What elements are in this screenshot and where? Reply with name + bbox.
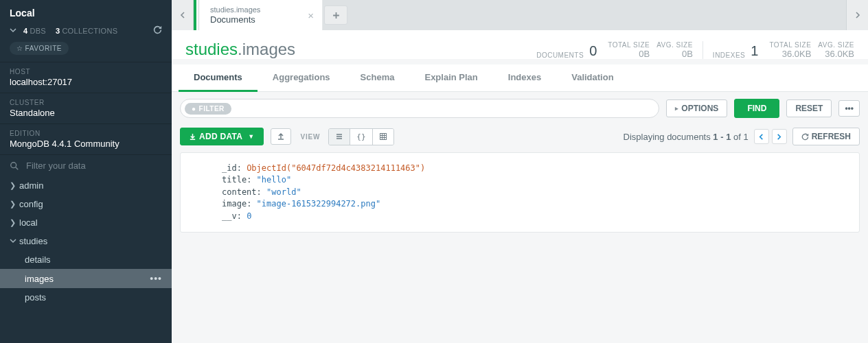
list-icon (335, 132, 343, 141)
svg-line-1 (16, 167, 19, 169)
chevron-right-icon: ❯ (10, 218, 19, 227)
caret-down-icon: ▼ (248, 133, 254, 140)
workspace-tab-subtitle: Documents (210, 14, 260, 25)
options-button[interactable]: OPTIONS (666, 99, 727, 117)
chevron-down-icon[interactable] (10, 27, 16, 35)
filter-pill: ●FILTER (185, 103, 231, 115)
page-prev-button[interactable] (754, 129, 769, 144)
filter-input[interactable] (26, 161, 162, 171)
stat-avgsize-value: 0B (682, 49, 693, 59)
db-label: studies (19, 236, 47, 246)
coll-item-posts[interactable]: posts (0, 288, 172, 307)
coll-item-details[interactable]: details (0, 250, 172, 269)
stat-idx-avgsize-value: 36.0KB (825, 49, 854, 59)
sidebar-meta: 4 DBS 3 COLLECTIONS (0, 25, 172, 42)
reset-button[interactable]: RESET (786, 99, 832, 117)
view-table-button[interactable] (373, 129, 393, 145)
page-next-button[interactable] (772, 129, 787, 144)
tab-indexes[interactable]: Indexes (493, 64, 556, 91)
coll-count: 3 (56, 27, 60, 35)
tab-validation[interactable]: Validation (556, 64, 628, 91)
workspace-tab[interactable]: studies.images Documents × (199, 0, 323, 30)
download-icon (189, 133, 196, 141)
refresh-icon (801, 133, 809, 141)
tab-next-button[interactable] (846, 0, 868, 30)
stat-idx-totalsize-value: 36.0KB (782, 49, 812, 59)
cluster-value: Standalone (10, 108, 162, 118)
chevron-left-icon (758, 134, 764, 140)
collection-tabs: Documents Aggregations Schema Explain Pl… (172, 64, 868, 92)
doc-field-image: image: "image-1615322994272.png" (194, 198, 845, 210)
doc-field-title: title: "hello" (194, 174, 845, 186)
namespace-header: studies.images DOCUMENTS 0 TOTAL SIZE0B … (172, 30, 868, 59)
host-label: HOST (10, 68, 162, 75)
db-item-admin[interactable]: ❯admin (0, 176, 172, 195)
refresh-button[interactable]: REFRESH (792, 128, 860, 145)
chevron-down-icon (10, 237, 19, 246)
query-bar: ●FILTER OPTIONS FIND RESET ••• (172, 92, 868, 125)
coll-label: posts (25, 292, 46, 303)
db-label: config (19, 199, 43, 209)
host-section: HOST localhost:27017 (0, 62, 172, 93)
edition-value: MongoDB 4.4.1 Community (10, 139, 162, 149)
tab-active-indicator (194, 0, 199, 30)
tab-explain-plan[interactable]: Explain Plan (409, 64, 492, 91)
export-button[interactable] (271, 128, 291, 145)
documents-toolbar: ADD DATA▼ VIEW {} Displaying documents 1… (172, 125, 868, 152)
db-label: local (19, 217, 38, 228)
coll-label: images (25, 274, 54, 284)
collection-stats: DOCUMENTS 0 TOTAL SIZE0B AVG. SIZE0B IND… (536, 41, 854, 59)
tab-prev-button[interactable] (172, 0, 194, 30)
favorite-button[interactable]: ☆FAVORITE (10, 42, 69, 55)
search-icon (10, 161, 19, 171)
document-card[interactable]: _id: ObjectId("6047df72d4c4383214111463"… (180, 152, 860, 233)
refresh-icon[interactable] (153, 25, 162, 36)
doc-field-id: _id: ObjectId("6047df72d4c4383214111463"… (194, 163, 845, 174)
db-count-label: DBS (30, 27, 46, 35)
tab-aggregations[interactable]: Aggregations (258, 64, 345, 91)
reset-dot-icon: ● (192, 105, 196, 113)
db-item-config[interactable]: ❯config (0, 195, 172, 213)
view-json-button[interactable]: {} (350, 129, 372, 145)
stat-indexes-label: INDEXES (713, 51, 745, 59)
new-tab-button[interactable] (324, 5, 347, 25)
tab-schema[interactable]: Schema (345, 64, 410, 91)
coll-item-images[interactable]: images••• (0, 269, 172, 288)
coll-count-label: COLLECTIONS (62, 27, 117, 35)
options-label: OPTIONS (681, 104, 718, 113)
star-icon: ☆ (16, 45, 23, 52)
add-data-button[interactable]: ADD DATA▼ (180, 128, 264, 145)
reset-label: RESET (795, 104, 823, 113)
tab-strip: studies.images Documents × (172, 0, 868, 30)
database-tree: ❯admin ❯config ❯local studies details im… (0, 176, 172, 343)
view-segmented-control: {} (328, 128, 393, 145)
stat-indexes-value: 1 (751, 43, 758, 59)
doc-field-content: content: "world" (194, 187, 845, 198)
stat-idx-totalsize-label: TOTAL SIZE (769, 41, 811, 49)
stat-avgsize-label: AVG. SIZE (656, 41, 693, 49)
add-data-label: ADD DATA (199, 132, 242, 141)
db-count: 4 (23, 27, 27, 35)
filter-input-wrap[interactable]: ●FILTER (180, 99, 659, 118)
filter-pill-label: FILTER (199, 105, 225, 113)
view-list-button[interactable] (329, 129, 350, 145)
chevron-right-icon (776, 134, 782, 140)
more-icon[interactable]: ••• (150, 273, 162, 284)
braces-icon: {} (356, 132, 365, 141)
sidebar: Local 4 DBS 3 COLLECTIONS ☆FAVORITE HOST… (0, 0, 172, 343)
edition-section: EDITION MongoDB 4.4.1 Community (0, 123, 172, 154)
tab-documents[interactable]: Documents (179, 64, 258, 92)
namespace-db: studies (185, 40, 238, 58)
chevron-right-icon: ❯ (10, 181, 19, 190)
edition-label: EDITION (10, 130, 162, 137)
filter-data-row (0, 154, 172, 176)
favorite-label: FAVORITE (25, 45, 62, 52)
connection-title: Local (0, 0, 172, 25)
close-icon[interactable]: × (308, 10, 314, 21)
db-item-studies[interactable]: studies (0, 232, 172, 250)
stat-idx-avgsize-label: AVG. SIZE (818, 41, 854, 49)
db-item-local[interactable]: ❯local (0, 213, 172, 232)
more-menu-button[interactable]: ••• (838, 100, 860, 117)
stat-totalsize-value: 0B (639, 49, 650, 59)
find-button[interactable]: FIND (734, 99, 779, 118)
